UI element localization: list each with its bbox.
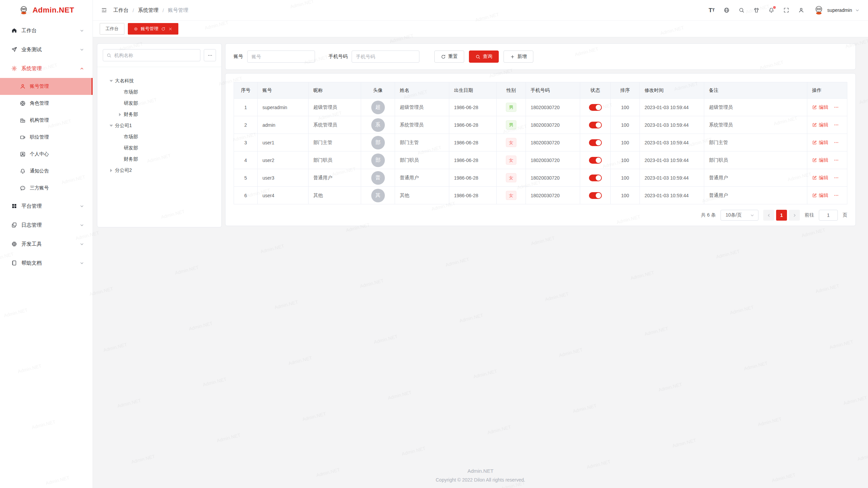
prev-page-button[interactable]: [763, 210, 774, 221]
sex-tag: 女: [506, 138, 516, 147]
search-icon: [106, 53, 112, 58]
edit-button[interactable]: 编辑: [812, 104, 828, 110]
row-more-button[interactable]: [834, 122, 839, 127]
sidebar-item-platform-mgmt[interactable]: 平台管理: [0, 197, 93, 216]
tree-node[interactable]: 研发部: [97, 98, 221, 109]
tree-node[interactable]: 大名科技: [97, 75, 221, 86]
row-avatar: 普: [371, 171, 385, 185]
language-icon[interactable]: [724, 7, 730, 13]
row-avatar: 其: [371, 189, 385, 202]
notification-badge: [773, 6, 776, 9]
sex-tag: 女: [506, 156, 516, 165]
table-row: 2 admin 系统管理员 系 系统管理员 1986-06-28 男 18020…: [234, 116, 847, 134]
tab-workbench[interactable]: 工作台: [100, 23, 124, 35]
edit-button[interactable]: 编辑: [812, 175, 828, 181]
sidebar-item-notice[interactable]: 通知公告: [0, 163, 93, 180]
sidebar-item-account-mgmt[interactable]: 账号管理: [0, 78, 93, 95]
menu-fold-icon[interactable]: [101, 7, 107, 13]
tree-more-button[interactable]: [204, 49, 216, 61]
sidebar-item-personal-center[interactable]: 个人中心: [0, 146, 93, 163]
search-icon[interactable]: [738, 7, 745, 13]
ellipsis-icon: [834, 105, 839, 110]
username-label: superadmin: [827, 7, 852, 13]
logo-icon: [18, 5, 29, 16]
tree-node[interactable]: 研发部: [97, 142, 221, 154]
caret-down-icon[interactable]: [107, 80, 115, 82]
sidebar-item-position-mgmt[interactable]: 职位管理: [0, 129, 93, 146]
total-count: 共 6 条: [701, 212, 716, 218]
page-number-button[interactable]: 1: [776, 210, 787, 221]
sidebar-item-log-mgmt[interactable]: 日志管理: [0, 216, 93, 235]
edit-button[interactable]: 编辑: [812, 140, 828, 146]
sidebar-item-help-docs[interactable]: 帮助文档: [0, 253, 93, 272]
page-content: 大名科技 市场部 研发部 财务部 分公司1 市场部 研发部 财务部 分公司2 账…: [93, 37, 868, 227]
page-footer: Admin.NET Copyright © 2022 Dilon All rig…: [93, 468, 868, 488]
tab-close-icon[interactable]: [168, 27, 173, 31]
theme-icon[interactable]: [753, 7, 760, 13]
tree-node[interactable]: 财务部: [97, 109, 221, 120]
row-avatar: 部: [371, 136, 385, 149]
edit-button[interactable]: 编辑: [812, 157, 828, 163]
caret-right-icon[interactable]: [107, 169, 115, 172]
sidebar-item-org-mgmt[interactable]: 机构管理: [0, 112, 93, 129]
sidebar-item-role-mgmt[interactable]: 角色管理: [0, 95, 93, 112]
goto-page-input[interactable]: [819, 210, 838, 221]
tree-node[interactable]: 市场部: [97, 131, 221, 142]
status-toggle[interactable]: [589, 192, 602, 199]
org-search-input[interactable]: [114, 53, 197, 58]
sidebar-item-system-mgmt[interactable]: 系统管理: [0, 59, 93, 78]
account-table: 序号 账号 昵称 头像 姓名 出生日期 性别 手机号码 状态 排序 修改时间: [234, 82, 847, 204]
status-toggle[interactable]: [589, 157, 602, 164]
account-input[interactable]: [247, 50, 315, 63]
fullscreen-icon[interactable]: [783, 7, 789, 13]
page-size-select[interactable]: 10条/页: [721, 210, 758, 221]
chevron-left-icon: [766, 213, 771, 218]
notification-bell-icon[interactable]: [768, 7, 774, 13]
tab-refresh-icon[interactable]: [161, 27, 165, 31]
edit-pen-icon: [812, 105, 817, 110]
table-row: 3 user1 部门主管 部 部门主管 1986-06-28 女 1802003…: [234, 134, 847, 151]
ellipsis-icon: [834, 158, 839, 163]
sidebar-item-business-test[interactable]: 业务测试: [0, 40, 93, 59]
sidebar-item-workbench[interactable]: 工作台: [0, 21, 93, 40]
status-toggle[interactable]: [589, 175, 602, 181]
row-avatar: 系: [371, 118, 385, 132]
row-more-button[interactable]: [834, 175, 839, 180]
tree-node[interactable]: 分公司1: [97, 120, 221, 131]
user-icon[interactable]: [798, 7, 804, 13]
status-toggle[interactable]: [589, 104, 602, 111]
tree-node[interactable]: 市场部: [97, 86, 221, 98]
next-page-button[interactable]: [789, 210, 800, 221]
tree-node[interactable]: 财务部: [97, 154, 221, 165]
row-more-button[interactable]: [834, 105, 839, 110]
bell-icon: [20, 168, 26, 174]
add-button[interactable]: 新增: [504, 50, 533, 63]
sidebar-item-third-party-account[interactable]: 三方账号: [0, 180, 93, 197]
row-more-button[interactable]: [834, 140, 839, 145]
query-button[interactable]: 查询: [469, 50, 499, 63]
row-more-button[interactable]: [834, 158, 839, 163]
tree-node[interactable]: 分公司2: [97, 165, 221, 176]
status-toggle[interactable]: [589, 139, 602, 146]
account-label: 账号: [234, 54, 243, 60]
reset-button[interactable]: 重置: [434, 50, 464, 63]
sex-tag: 男: [506, 103, 516, 112]
user-menu[interactable]: superadmin: [813, 4, 860, 16]
logo-link[interactable]: Admin.NET: [0, 0, 93, 20]
row-more-button[interactable]: [834, 193, 839, 198]
edit-button[interactable]: 编辑: [812, 192, 828, 199]
font-size-icon[interactable]: TT: [709, 7, 715, 13]
avatar: [813, 4, 825, 16]
caret-down-icon[interactable]: [107, 125, 115, 127]
phone-input[interactable]: [352, 50, 419, 63]
caret-right-icon[interactable]: [116, 113, 124, 116]
active-dot-icon: [134, 27, 138, 31]
status-toggle[interactable]: [589, 122, 602, 128]
edit-pen-icon: [812, 140, 817, 145]
tab-account-mgmt[interactable]: 账号管理: [128, 23, 178, 35]
sidebar-item-dev-tools[interactable]: 开发工具: [0, 235, 93, 253]
grid-icon: [11, 203, 17, 209]
breadcrumb-workbench[interactable]: 工作台: [113, 7, 129, 14]
breadcrumb-system-mgmt[interactable]: 系统管理: [138, 7, 158, 14]
edit-button[interactable]: 编辑: [812, 122, 828, 128]
